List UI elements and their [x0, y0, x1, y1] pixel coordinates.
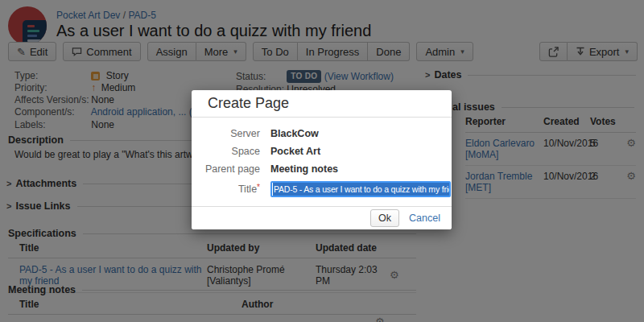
space-field-row: Space Pocket Art — [192, 146, 452, 158]
title-field-row: Title* PAD-5 - As a user I want to do a … — [192, 181, 452, 197]
dialog-footer: Ok Cancel — [192, 206, 452, 229]
server-field-row: Server BlackCow — [192, 128, 452, 140]
required-indicator: * — [257, 183, 260, 192]
create-page-dialog: Create Page Server BlackCow Space Pocket… — [192, 90, 452, 229]
selected-input-text: PAD-5 - As a user I want to do a quizz w… — [273, 183, 451, 196]
title-input[interactable]: PAD-5 - As a user I want to do a quizz w… — [270, 181, 451, 197]
title-label: Title* — [192, 181, 270, 196]
parent-page-value: Meeting notes — [270, 163, 338, 175]
server-value: BlackCow — [270, 128, 319, 140]
space-label: Space — [192, 146, 270, 158]
parent-page-label: Parent page — [192, 163, 270, 175]
parent-page-field-row: Parent page Meeting notes — [192, 163, 452, 175]
server-label: Server — [192, 128, 270, 140]
ok-button[interactable]: Ok — [370, 209, 399, 227]
dialog-body: Server BlackCow Space Pocket Art Parent … — [192, 128, 452, 197]
cancel-link[interactable]: Cancel — [409, 213, 440, 224]
space-value: Pocket Art — [270, 146, 320, 158]
title-label-text: Title — [238, 184, 257, 195]
dialog-title: Create Page — [192, 90, 452, 118]
